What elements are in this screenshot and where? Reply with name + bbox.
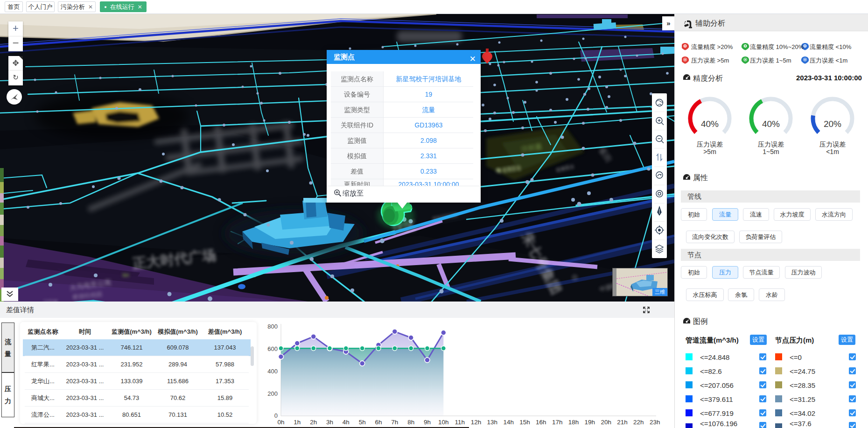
svg-text:12h: 12h — [471, 419, 482, 426]
svg-text:9h: 9h — [424, 419, 431, 426]
svg-text:3h: 3h — [326, 419, 333, 426]
svg-text:19h: 19h — [585, 419, 595, 426]
svg-text:11h: 11h — [455, 419, 465, 426]
svg-text:17h: 17h — [552, 419, 563, 426]
svg-text:14h: 14h — [503, 419, 514, 426]
svg-text:km: km — [123, 273, 129, 278]
svg-text:0: 0 — [274, 412, 278, 419]
svg-text:22h: 22h — [633, 419, 644, 426]
svg-text:13h: 13h — [487, 419, 498, 426]
svg-text:7h: 7h — [391, 419, 398, 426]
svg-text:8h: 8h — [407, 419, 414, 426]
svg-text:2h: 2h — [310, 419, 317, 426]
svg-text:800: 800 — [267, 323, 278, 330]
svg-text:1h: 1h — [294, 419, 301, 426]
svg-text:18h: 18h — [568, 419, 579, 426]
svg-text:23h: 23h — [650, 419, 660, 426]
svg-text:6h: 6h — [375, 419, 382, 426]
svg-text:o: o — [572, 272, 577, 282]
svg-text:400: 400 — [267, 368, 278, 375]
svg-text:4h: 4h — [343, 419, 350, 426]
svg-text:0h: 0h — [277, 419, 284, 426]
svg-text:20h: 20h — [601, 419, 611, 426]
svg-text:15h: 15h — [519, 419, 530, 426]
svg-text:200: 200 — [267, 390, 278, 397]
svg-text:16h: 16h — [536, 419, 546, 426]
svg-text:600: 600 — [267, 345, 278, 352]
svg-text:5h: 5h — [359, 419, 366, 426]
svg-text:10h: 10h — [438, 419, 449, 426]
svg-text:21h: 21h — [617, 419, 628, 426]
svg-text:中: 中 — [210, 256, 216, 262]
